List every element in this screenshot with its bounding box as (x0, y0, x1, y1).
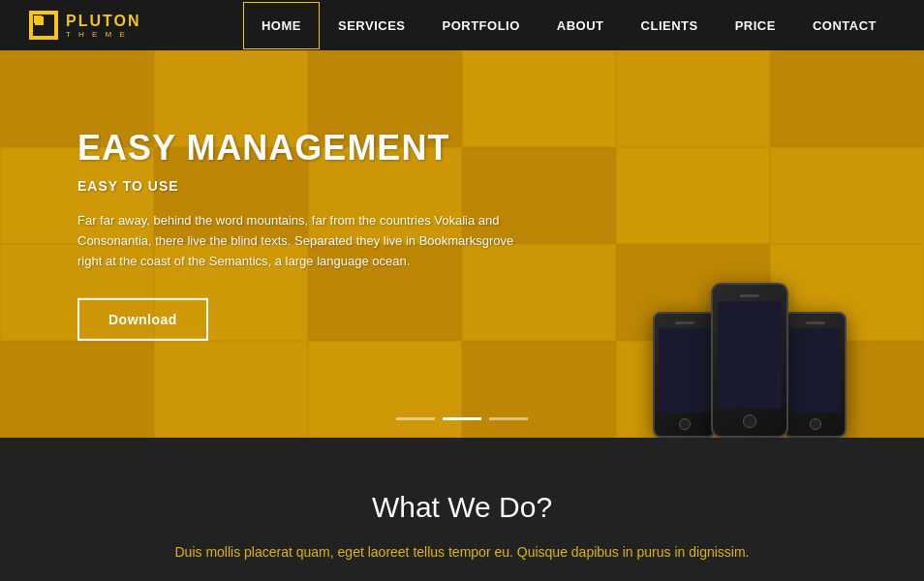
svg-rect-1 (35, 16, 44, 25)
nav-item-price[interactable]: PRICE (717, 2, 794, 49)
logo-text: PLUTON T H E M E (66, 13, 140, 39)
phone-home-btn (679, 418, 691, 430)
phone-home-btn-center (743, 414, 756, 428)
slider-dot-2[interactable] (443, 417, 481, 420)
hero-subtitle: EASY TO USE (77, 178, 523, 194)
hero-description: Far far away, behind the word mountains,… (77, 211, 523, 271)
hero-content: EASY MANAGEMENT EASY TO USE Far far away… (77, 128, 523, 341)
brand-tagline: T H E M E (66, 30, 140, 39)
section-title: What We Do? (29, 491, 895, 524)
phone-home-btn-right (810, 418, 821, 430)
brand-name: PLUTON (66, 13, 140, 30)
slider-dots (396, 417, 528, 420)
phone-speaker (675, 321, 694, 324)
what-we-do-section: What We Do? Duis mollis placerat quam, e… (0, 438, 924, 581)
nav-item-about[interactable]: ABOUT (539, 2, 623, 49)
download-button[interactable]: Download (77, 298, 208, 341)
logo-icon (29, 11, 58, 40)
phone-center (711, 283, 788, 438)
phone-screen-right (789, 328, 841, 413)
nav-item-home[interactable]: HOME (243, 2, 320, 49)
header: PLUTON T H E M E HOME SERVICES PORTFOLIO… (0, 0, 924, 50)
nav-item-portfolio[interactable]: PORTFOLIO (423, 2, 538, 49)
phone-mockup-group (653, 283, 847, 438)
phone-speaker-center (740, 294, 759, 297)
nav-item-clients[interactable]: CLIENTS (623, 2, 717, 49)
phone-speaker-right (806, 321, 825, 324)
nav-item-contact[interactable]: CONTACT (794, 2, 895, 49)
phone-screen-center (718, 301, 782, 409)
main-nav: HOME SERVICES PORTFOLIO ABOUT CLIENTS PR… (243, 2, 895, 49)
phone-left (653, 312, 716, 438)
phone-screen (659, 328, 710, 413)
slider-dot-3[interactable] (489, 417, 528, 420)
logo: PLUTON T H E M E (29, 11, 140, 40)
hero-title: EASY MANAGEMENT (77, 128, 523, 168)
slider-dot-1[interactable] (396, 417, 435, 420)
phone-right (784, 312, 847, 438)
nav-item-services[interactable]: SERVICES (320, 2, 424, 49)
hero-section: EASY MANAGEMENT EASY TO USE Far far away… (0, 50, 924, 438)
section-subtitle: Duis mollis placerat quam, eget laoreet … (152, 541, 772, 563)
